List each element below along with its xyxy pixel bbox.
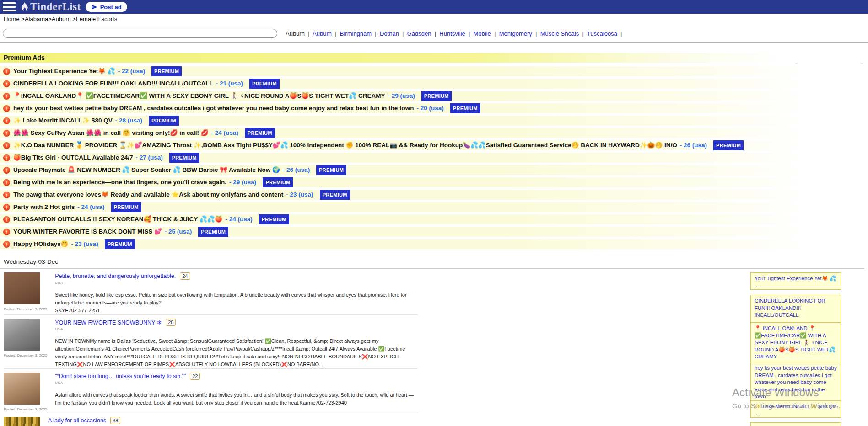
premium-ad-title[interactable]: ✨ Lake Merritt INCALL✨ $80 QV (13, 116, 113, 126)
premium-ad-row[interactable]: ↑ Party with 2 Hot girls - 24 (usa) PREM… (0, 202, 867, 212)
premium-ad-row[interactable]: ↑ The pawg that everyone loves🦊 Ready an… (0, 190, 867, 200)
premium-ad-age: - 24 (usa) (211, 128, 238, 138)
listing-photo[interactable] (4, 417, 40, 426)
city-link-dothan[interactable]: Dothan (380, 30, 407, 37)
premium-badge: PREMIUM (249, 79, 280, 89)
city-link-birmingham[interactable]: Birmingham (340, 30, 380, 37)
city-link-gadsden[interactable]: Gadsden (407, 30, 440, 37)
premium-ads-section: Premium Ads ↑ Your Tightest Experience Y… (0, 53, 867, 251)
sidebar-ad-link[interactable]: hey its your best wettes petite baby DRE… (755, 365, 837, 400)
premium-ad-title[interactable]: Party with 2 Hot girls (13, 202, 75, 212)
premium-ad-title[interactable]: ✨K.O Daa NUMBER 🥇 PROVIDER ⌛✨💕AMAZING Th… (13, 140, 677, 150)
premium-ad-title[interactable]: CINDERELLA LOOKING FOR FUN!!! OAKLAND!!!… (13, 79, 213, 89)
premium-ad-age: - 27 (usa) (135, 153, 162, 163)
premium-badge: PREMIUM (151, 66, 182, 76)
sidebar-ad-more[interactable]: ... (755, 282, 837, 288)
premium-ad-row[interactable]: ↑ 🌺🌺 Sexy CuRvy Asian 🌺🌺 in call 🤗 visit… (0, 128, 867, 138)
premium-ad-title[interactable]: Happy HOlidays🤭 (13, 239, 68, 249)
premium-ad-title[interactable]: Your Tightest Experience Yet🦊 💦 (13, 66, 115, 76)
up-arrow-icon: ↑ (3, 216, 10, 223)
premium-ad-row[interactable]: ↑ Being with me is an experience—one tha… (0, 177, 867, 187)
premium-ad-title[interactable]: hey its your best wettes petite baby DRE… (13, 103, 414, 113)
listing-title-link[interactable]: "“Don't stare too long… unless you're re… (55, 373, 186, 379)
city-link-tuscaloosa[interactable]: Tuscaloosa (587, 30, 625, 37)
sidebar-ad-box[interactable]: 📍 INCALL OAKLAND 📍 ✅FACETIME/CAR✅ WITH A… (750, 322, 841, 368)
listing-photo[interactable] (4, 373, 40, 405)
premium-ad-title[interactable]: 📍INCALL OAKLAND📍 ✅FACETIME/CAR✅ WITH A S… (13, 91, 385, 101)
sidebar-ad-box[interactable]: CINDERELLA LOOKING FOR FUN!!! OAKLAND!!!… (750, 295, 841, 326)
sidebar-ad-box[interactable] (750, 422, 841, 426)
premium-ad-row[interactable]: ↑ YOUR WINTER FAVORITE IS BACK DONT MISS… (0, 227, 867, 237)
up-arrow-icon: ↑ (3, 229, 10, 235)
premium-ad-row[interactable]: ↑ ✨ Lake Merritt INCALL✨ $80 QV - 28 (us… (0, 116, 867, 126)
premium-ad-title[interactable]: 🍑Big Tits Girl - OUTCALL Available 24/7 (13, 153, 133, 163)
site-logo[interactable]: TinderList (20, 1, 81, 13)
premium-section-title: Premium Ads (0, 53, 867, 63)
menu-icon[interactable] (3, 2, 16, 11)
premium-badge: PREMIUM (320, 190, 350, 200)
up-arrow-icon: ↑ (3, 117, 10, 124)
premium-badge: PREMIUM (316, 165, 346, 175)
sidebar-ad-box[interactable]: Your Tightest Experience Yet🦊 💦 ... (750, 272, 841, 290)
city-current: Auburn (286, 30, 313, 37)
city-link-montgomery[interactable]: Montgomery (499, 30, 540, 37)
premium-ad-title[interactable]: Upscale Playmate 🚨 NEW NUMBER 💦 Super So… (13, 165, 280, 175)
premium-badge: PREMIUM (149, 116, 179, 126)
sidebar-ad-link[interactable]: CINDERELLA LOOKING FOR FUN!!! OAKLAND!!!… (755, 298, 837, 319)
premium-ad-row[interactable]: ↑ hey its your best wettes petite baby D… (0, 103, 867, 113)
sidebar-ad-link[interactable]: 📍 INCALL OAKLAND 📍 ✅FACETIME/CAR✅ WITH A… (755, 325, 837, 361)
up-arrow-icon: ↑ (3, 93, 10, 100)
premium-ad-row[interactable]: ↑ ✨K.O Daa NUMBER 🥇 PROVIDER ⌛✨💕AMAZING … (0, 140, 867, 150)
premium-ad-row[interactable]: ↑ 📍INCALL OAKLAND📍 ✅FACETIME/CAR✅ WITH A… (0, 91, 867, 101)
city-link-mobile[interactable]: Mobile (474, 30, 499, 37)
age-badge: 38 (110, 417, 120, 424)
listing-photo[interactable] (4, 319, 40, 351)
up-arrow-icon: ↑ (3, 105, 10, 112)
premium-badge: PREMIUM (259, 214, 289, 224)
premium-badge: PREMIUM (105, 239, 135, 249)
city-link-muscle-shoals[interactable]: Muscle Shoals (540, 30, 587, 37)
premium-ad-title[interactable]: PLEASANTON OUTCALLS !! SEXY KOREAN🥰 THIC… (13, 214, 222, 224)
premium-ad-row[interactable]: ↑ Happy HOlidays🤭 - 23 (usa) PREMIUM (0, 239, 867, 249)
city-link-auburn[interactable]: Auburn (313, 30, 340, 37)
premium-ad-row[interactable]: ↑ 🍑Big Tits Girl - OUTCALL Available 24/… (0, 153, 867, 163)
premium-badge: PREMIUM (169, 153, 199, 163)
sidebar-ad-more[interactable]: ... (755, 410, 837, 416)
up-arrow-icon: ↑ (3, 179, 10, 186)
date-header: Wednesday-03-Dec (4, 258, 418, 268)
breadcrumb[interactable]: Home >Alabama>Auburn >Female Escorts (4, 16, 117, 22)
up-arrow-icon: ↑ (3, 241, 10, 248)
sidebar-ad-link[interactable]: Your Tightest Experience Yet🦊 💦 (755, 275, 837, 282)
premium-ad-row[interactable]: ↑ Upscale Playmate 🚨 NEW NUMBER 💦 Super … (0, 165, 867, 175)
posted-date: Posted: December 3, 2025 (4, 407, 47, 411)
post-ad-icon (91, 4, 98, 10)
listing-location: USA (55, 281, 418, 285)
sidebar-ad-box[interactable]: ✨ Lake Merritt INCALL✨ $80 QV ... (750, 400, 841, 418)
premium-ad-title[interactable]: The pawg that everyone loves🦊 Ready and … (13, 190, 283, 200)
premium-badge: PREMIUM (450, 103, 480, 113)
search-input[interactable] (3, 29, 277, 38)
premium-ad-title[interactable]: 🌺🌺 Sexy CuRvy Asian 🌺🌺 in call 🤗 visitin… (13, 128, 209, 138)
listing-title-link[interactable]: Petite, brunette, and dangerously unforg… (55, 273, 176, 279)
premium-ad-age: - 24 (usa) (77, 202, 104, 212)
listing-photo[interactable] (4, 272, 40, 304)
premium-ad-title[interactable]: YOUR WINTER FAVORITE IS BACK DONT MISS 💕 (13, 227, 162, 237)
premium-ad-age: - 28 (usa) (115, 116, 142, 126)
premium-badge: PREMIUM (198, 227, 228, 237)
premium-ad-row[interactable]: ↑ PLEASANTON OUTCALLS !! SEXY KOREAN🥰 TH… (0, 214, 867, 224)
age-badge: 22 (190, 373, 200, 380)
sidebar-ad-link[interactable]: ✨ Lake Merritt INCALL✨ $80 QV (755, 403, 837, 410)
post-ad-button[interactable]: Post ad (86, 2, 127, 12)
listing-title-link[interactable]: YOUR NEW FAVORITE SNOWBUNNY ❄ (55, 319, 162, 326)
listing-description: Sweet like honey, bold like espresso. Pe… (55, 291, 418, 307)
listing-title-link[interactable]: A lady for all occasions (48, 417, 106, 424)
listing-item: Posted: December 3, 2025 YOUR NEW FAVORI… (4, 314, 418, 368)
premium-ad-row[interactable]: ↑ Your Tightest Experience Yet🦊 💦 - 22 (… (0, 66, 867, 76)
city-link-huntsville[interactable]: Huntsville (439, 30, 473, 37)
premium-ad-age: - 20 (usa) (416, 103, 443, 113)
city-links: AuburnAuburnBirminghamDothanGadsdenHunts… (286, 30, 625, 37)
premium-badge: PREMIUM (421, 91, 452, 101)
premium-ad-row[interactable]: ↑ CINDERELLA LOOKING FOR FUN!!! OAKLAND!… (0, 79, 867, 89)
premium-ad-title[interactable]: Being with me is an experience—one that … (13, 177, 226, 187)
premium-ad-age: - 24 (usa) (225, 214, 252, 224)
